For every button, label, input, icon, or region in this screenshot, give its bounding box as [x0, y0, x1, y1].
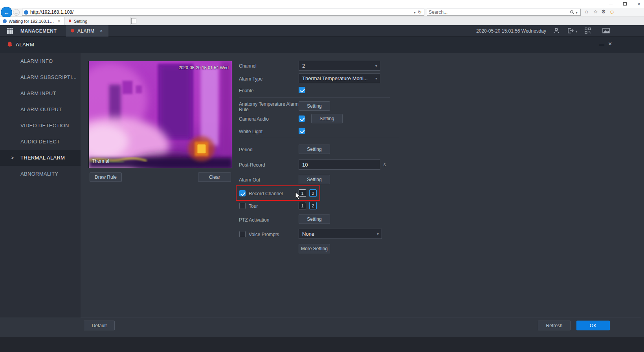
record-channel-label: Record Channel — [249, 191, 283, 196]
channel-select[interactable]: 2 ▾ — [299, 61, 380, 71]
tab-close-icon[interactable]: × — [58, 19, 60, 24]
sidebar-item-label: ALARM OUTPUT — [20, 106, 62, 112]
alarm-close-icon[interactable]: × — [608, 40, 612, 48]
alarm-type-label: Alarm Type — [239, 76, 262, 82]
post-record-unit: s — [383, 162, 386, 167]
screen: × ← → ▾ ↻ ▾ ⌂ ☆ ⚙ ☺ Waiting for 192.168.… — [0, 0, 644, 352]
ptz-activation-setting-button[interactable]: Setting — [299, 214, 330, 224]
camera-audio-setting-button[interactable]: Setting — [311, 114, 343, 123]
browser-tab-label: Setting — [74, 19, 87, 24]
search-input[interactable] — [429, 9, 570, 15]
refresh-icon[interactable]: ↻ — [417, 9, 422, 15]
record-channel-checkbox[interactable] — [239, 190, 246, 196]
sidebar-item-label: ALARM INPUT — [20, 90, 56, 96]
url-dropdown-icon[interactable]: ▾ — [413, 10, 417, 15]
forward-button[interactable]: → — [13, 9, 20, 16]
new-tab-button[interactable] — [131, 18, 136, 24]
logout-icon[interactable] — [567, 28, 574, 34]
alarm-out-setting-button[interactable]: Setting — [299, 175, 330, 184]
alarm-bell-favicon — [68, 19, 72, 23]
default-button[interactable]: Default — [84, 321, 115, 330]
chevron-down-icon: ▾ — [375, 64, 377, 68]
enable-checkbox[interactable] — [299, 87, 305, 93]
chevron-down-icon: ▾ — [377, 232, 379, 236]
tour-checkbox[interactable] — [239, 203, 246, 209]
home-icon[interactable]: ⌂ — [585, 9, 588, 15]
sidebar-item-alarm-info[interactable]: ALARM INFO — [0, 53, 81, 69]
voice-prompts-label: Voice Prompts — [249, 232, 279, 237]
draw-rule-button[interactable]: Draw Rule — [90, 172, 122, 182]
feedback-smiley-icon[interactable]: ☺ — [609, 9, 615, 15]
clear-button[interactable]: Clear — [198, 172, 231, 182]
apps-grid-icon[interactable] — [7, 28, 13, 34]
back-button[interactable]: ← — [1, 7, 12, 18]
display-preview-icon[interactable] — [602, 28, 610, 34]
tour-label: Tour — [249, 204, 258, 209]
anatomy-rule-setting-button[interactable]: Setting — [299, 101, 330, 111]
tab-alarm-close-icon[interactable]: × — [100, 28, 103, 34]
browser-tab-waiting[interactable]: Waiting for 192.168.1.108 × — [0, 17, 64, 25]
voice-prompts-checkbox[interactable] — [239, 231, 246, 237]
window-close-button[interactable]: × — [636, 1, 642, 7]
favorites-star-icon[interactable]: ☆ — [593, 9, 598, 15]
sidebar-item-label: ALARM SUBSCRIPTI... — [20, 74, 77, 80]
sidebar-item-thermal-alarm[interactable]: > THERMAL ALARM — [0, 150, 81, 166]
refresh-button[interactable]: Refresh — [538, 321, 571, 330]
divider — [239, 138, 399, 138]
enable-label: Enable — [239, 88, 253, 94]
alarm-bell-icon — [7, 41, 13, 48]
tab-alarm[interactable]: ALARM × — [66, 25, 108, 37]
white-light-checkbox[interactable] — [299, 128, 305, 134]
app-header: MANAGEMENT ALARM × 2020-05-20 15:01:56 W… — [0, 25, 644, 37]
logout-dropdown-icon[interactable]: ▾ — [576, 29, 578, 33]
settings-gear-icon[interactable]: ⚙ — [601, 9, 606, 15]
alarm-out-label: Alarm Out — [239, 177, 260, 183]
sidebar-item-video-detection[interactable]: VIDEO DETECTION — [0, 117, 81, 134]
tour-2-button[interactable]: 2 — [309, 202, 317, 209]
url-input[interactable] — [30, 9, 413, 15]
footer-divider — [81, 317, 641, 317]
anatomy-rule-label: Anatomy Temperature Alarm Rule — [239, 101, 299, 112]
page-background — [0, 337, 644, 352]
period-setting-button[interactable]: Setting — [299, 145, 330, 154]
more-setting-button[interactable]: More Setting — [299, 244, 330, 253]
alarm-window-titlebar: ALARM — × — [0, 37, 644, 53]
user-icon[interactable] — [553, 28, 560, 34]
alarm-minimize-icon[interactable]: — — [599, 41, 604, 48]
address-bar[interactable]: ▾ ↻ — [22, 9, 424, 16]
minimize-icon — [609, 4, 613, 4]
camera-audio-checkbox[interactable] — [299, 116, 305, 122]
qr-code-icon[interactable] — [585, 28, 591, 34]
ok-button[interactable]: OK — [576, 321, 610, 330]
camera-audio-label: Camera Audio — [239, 116, 269, 122]
header-datetime: 2020-05-20 15:01:56 Wednesday — [476, 28, 546, 34]
window-restore-button[interactable] — [622, 1, 627, 7]
post-record-input[interactable] — [299, 160, 380, 170]
voice-prompts-select[interactable]: None ▾ — [299, 229, 382, 239]
sidebar-item-alarm-output[interactable]: ALARM OUTPUT — [0, 101, 81, 117]
search-dropdown-icon[interactable]: ▾ — [574, 10, 579, 15]
record-channel-1-button[interactable]: 1 — [299, 189, 306, 197]
management-menu[interactable]: MANAGEMENT — [20, 28, 57, 34]
thermal-video-preview[interactable]: 2020-05-20 15:01:54 Wed Thermal — [88, 61, 232, 168]
thermal-image — [89, 61, 232, 168]
browser-tab-setting[interactable]: Setting — [65, 17, 130, 25]
sidebar-item-audio-detect[interactable]: AUDIO DETECT — [0, 134, 81, 150]
restore-icon — [623, 2, 627, 6]
search-box[interactable]: ▾ — [427, 9, 581, 16]
channel-label: Channel — [239, 63, 257, 69]
browser-titlebar: × — [0, 0, 644, 8]
sidebar-item-label: THERMAL ALARM — [20, 155, 65, 161]
divider — [239, 97, 390, 98]
sidebar-item-alarm-input[interactable]: ALARM INPUT — [0, 85, 81, 101]
record-channel-2-button[interactable]: 2 — [309, 189, 317, 197]
tab-alarm-label: ALARM — [77, 28, 94, 34]
chevron-down-icon: ▾ — [375, 76, 377, 81]
tour-1-button[interactable]: 1 — [299, 202, 306, 209]
sidebar-item-alarm-subscription[interactable]: ALARM SUBSCRIPTI... — [0, 69, 81, 85]
search-icon[interactable] — [570, 10, 574, 15]
sidebar-item-abnormality[interactable]: ABNORMALITY — [0, 166, 81, 182]
sidebar-item-label: ABNORMALITY — [20, 171, 58, 177]
window-minimize-button[interactable] — [608, 1, 613, 7]
alarm-type-select[interactable]: Thermal Temperature Moni... ▾ — [299, 73, 380, 83]
